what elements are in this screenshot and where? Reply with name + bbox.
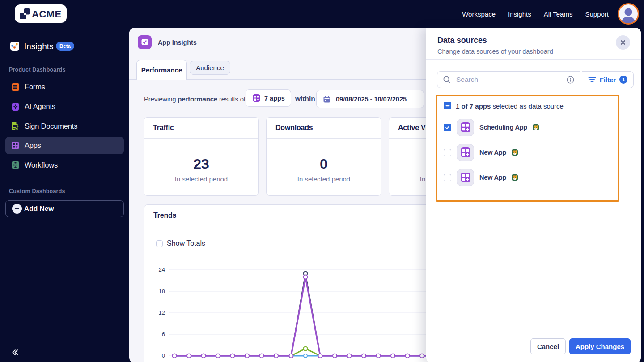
svg-text:18: 18 xyxy=(159,288,165,295)
svg-text:12: 12 xyxy=(159,309,165,316)
svg-text:6: 6 xyxy=(162,331,165,337)
svg-text:0: 0 xyxy=(162,352,165,359)
svg-text:24: 24 xyxy=(159,266,165,273)
svg-text:ACME: ACME xyxy=(32,8,62,20)
